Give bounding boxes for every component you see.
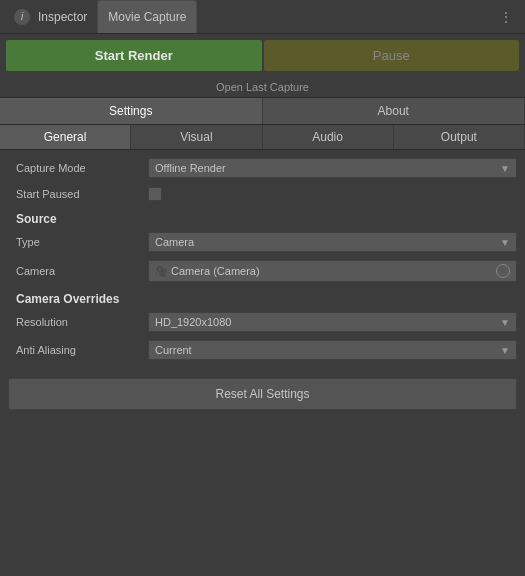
anti-aliasing-value: Current [155,344,192,356]
settings-about-tabs: Settings About [0,97,525,125]
tab-inspector-label: Inspector [38,10,87,24]
tab-menu-icon[interactable]: ⋮ [491,9,521,25]
resolution-label: Resolution [8,316,148,328]
tab-movie-capture-label: Movie Capture [108,10,186,24]
inspector-info-icon: i [14,9,30,25]
camera-control: 🎥 Camera (Camera) [148,260,517,282]
camera-field-right: Camera (Camera) [171,264,510,278]
subtab-output-label: Output [441,130,477,144]
anti-aliasing-label: Anti Aliasing [8,344,148,356]
tab-movie-capture[interactable]: Movie Capture [97,0,197,33]
subtab-visual[interactable]: Visual [131,125,262,149]
capture-mode-dropdown[interactable]: Offline Render ▼ [148,158,517,178]
top-tab-bar: i Inspector Movie Capture ⋮ [0,0,525,34]
resolution-row: Resolution HD_1920x1080 ▼ [8,308,517,336]
tab-about-label: About [378,104,409,118]
subtab-visual-label: Visual [180,130,212,144]
capture-mode-row: Capture Mode Offline Render ▼ [8,154,517,182]
start-render-button[interactable]: Start Render [6,40,262,71]
camera-small-icon: 🎥 [155,266,167,277]
anti-aliasing-arrow: ▼ [500,345,510,356]
type-arrow: ▼ [500,237,510,248]
type-control: Camera ▼ [148,232,517,252]
capture-mode-arrow: ▼ [500,163,510,174]
capture-mode-value: Offline Render [155,162,226,174]
resolution-arrow: ▼ [500,317,510,328]
subtab-audio[interactable]: Audio [263,125,394,149]
tab-settings[interactable]: Settings [0,98,263,124]
anti-aliasing-dropdown[interactable]: Current ▼ [148,340,517,360]
capture-mode-label: Capture Mode [8,162,148,174]
subtab-audio-label: Audio [312,130,343,144]
type-value: Camera [155,236,194,248]
start-paused-control [148,187,517,201]
type-label: Type [8,236,148,248]
reset-all-settings-button[interactable]: Reset All Settings [8,378,517,410]
resolution-value: HD_1920x1080 [155,316,231,328]
type-dropdown[interactable]: Camera ▼ [148,232,517,252]
subtab-general-label: General [44,130,87,144]
render-buttons-row: Start Render Pause [0,34,525,77]
source-section-heading: Source [8,206,517,228]
subtab-general[interactable]: General [0,125,131,149]
camera-field[interactable]: 🎥 Camera (Camera) [148,260,517,282]
pause-button[interactable]: Pause [264,40,520,71]
camera-overrides-section-heading: Camera Overrides [8,286,517,308]
general-form: Capture Mode Offline Render ▼ Start Paus… [0,150,525,368]
capture-mode-control: Offline Render ▼ [148,158,517,178]
open-last-capture-link[interactable]: Open Last Capture [0,77,525,97]
resolution-dropdown[interactable]: HD_1920x1080 ▼ [148,312,517,332]
camera-label: Camera [8,265,148,277]
tab-inspector[interactable]: i Inspector [4,0,97,33]
type-row: Type Camera ▼ [8,228,517,256]
camera-select-button[interactable] [496,264,510,278]
anti-aliasing-control: Current ▼ [148,340,517,360]
tab-about[interactable]: About [263,98,526,124]
start-paused-label: Start Paused [8,188,148,200]
tab-settings-label: Settings [109,104,152,118]
start-paused-checkbox[interactable] [148,187,162,201]
start-paused-row: Start Paused [8,182,517,206]
camera-row: Camera 🎥 Camera (Camera) [8,256,517,286]
sub-tabs-row: General Visual Audio Output [0,125,525,150]
resolution-control: HD_1920x1080 ▼ [148,312,517,332]
anti-aliasing-row: Anti Aliasing Current ▼ [8,336,517,364]
camera-value: Camera (Camera) [171,265,260,277]
subtab-output[interactable]: Output [394,125,525,149]
